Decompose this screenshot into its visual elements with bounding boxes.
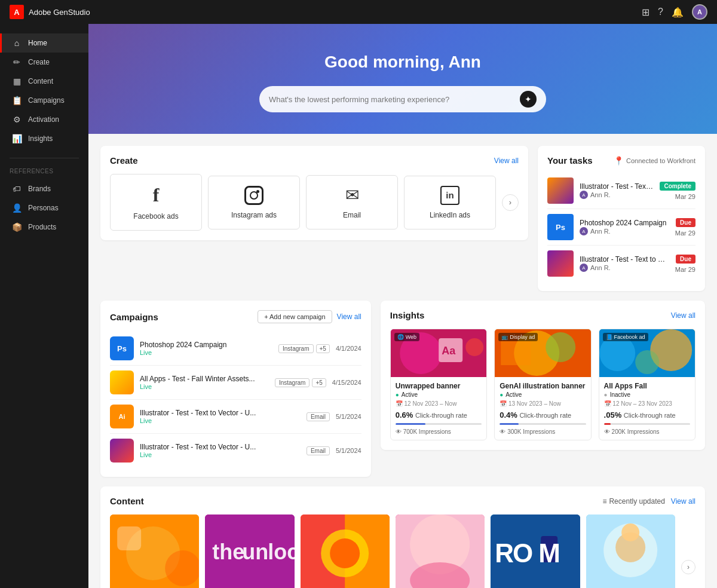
sidebar-item-content-label: Content — [28, 77, 53, 85]
task-badge-3: Due — [676, 255, 695, 264]
task-name-2: Photoshop 2024 Campaign — [580, 219, 669, 227]
create-item-facebook[interactable]: f Facebook ads — [110, 174, 202, 231]
home-icon: ⌂ — [11, 38, 22, 48]
campaign-tags-3: Email — [307, 412, 330, 421]
recently-updated-filter[interactable]: ≡ Recently updated — [602, 497, 664, 506]
insight-thumb-2: 📺 Display ad — [495, 329, 590, 377]
svg-rect-8 — [501, 341, 531, 365]
content-view-all[interactable]: View all — [671, 497, 695, 506]
personas-icon: 👤 — [11, 203, 22, 213]
insight-date-1: 📅 12 Nov 2023 – Now — [396, 400, 482, 407]
avatar[interactable]: A — [692, 4, 707, 20]
insight-name-3: All Apps Fall — [604, 382, 690, 390]
tasks-header: Your tasks 📍 Connected to Workfront — [547, 155, 695, 166]
task-item-3[interactable]: Illustrator - Test - Text to Vector - US… — [547, 246, 695, 281]
insight-status-1: ● Active — [396, 391, 482, 398]
task-name-1: Illustrator - Test - Text to Vector... — [580, 182, 654, 191]
sidebar-item-content[interactable]: ▦ Content — [0, 72, 88, 91]
insight-card-2[interactable]: 📺 Display ad — [494, 329, 591, 440]
campaign-row-1[interactable]: Ps Photoshop 2024 Campaign Live Instagra… — [110, 332, 361, 366]
task-user-2: A Ann R. — [580, 227, 669, 235]
insight-ctr-3: .05% Click-through rate — [604, 411, 690, 419]
svg-text:the: the — [212, 540, 244, 564]
create-title: Create — [110, 155, 138, 166]
campaign-tag-1-more: +5 — [316, 344, 330, 353]
connected-label: Connected to Workfront — [626, 157, 695, 164]
create-item-instagram[interactable]: Instagram ads — [208, 176, 300, 229]
campaigns-view-all[interactable]: View all — [337, 313, 361, 321]
campaign-tags-2: Instagram +5 — [275, 378, 326, 387]
content-card: Content ≡ Recently updated View all — [100, 486, 705, 588]
sidebar-item-activation[interactable]: ⚙ Activation — [0, 110, 88, 129]
references-label: REFERENCES — [0, 163, 88, 179]
task-date-1: Mar 29 — [660, 193, 695, 200]
sidebar-item-products[interactable]: 📦 Products — [0, 218, 88, 237]
campaign-tags-1: Instagram +5 — [278, 344, 330, 353]
task-user-1: A Ann R. — [580, 191, 654, 199]
create-item-email[interactable]: ✉ Email — [306, 175, 398, 229]
campaign-date-2: 4/15/2024 — [332, 379, 361, 386]
campaign-row-3[interactable]: Ai Illustrator - Test - Text to Vector -… — [110, 400, 361, 434]
create-item-linkedin[interactable]: in LinkedIn ads — [404, 176, 496, 229]
campaign-date-1: 4/1/2024 — [336, 345, 361, 352]
grid-icon[interactable]: ⊞ — [642, 7, 649, 18]
add-campaign-button[interactable]: + Add new campaign — [258, 310, 332, 323]
facebook-icon: f — [153, 184, 160, 206]
insights-view-all[interactable]: View all — [671, 311, 695, 320]
insight-ctr-1: 0.6% Click-through rate — [396, 411, 482, 419]
sidebar-nav: ⌂ Home ✏ Create ▦ Content 📋 Campaigns ⚙ … — [0, 29, 88, 153]
task-item-2[interactable]: Ps Photoshop 2024 Campaign A Ann R. Due — [547, 209, 695, 246]
campaign-info-2: All Apps - Test - Fall Winter Assets... … — [140, 375, 269, 390]
sidebar-item-create-label: Create — [28, 58, 50, 66]
campaign-row-4[interactable]: Illustrator - Test - Text to Vector - U.… — [110, 434, 361, 467]
campaign-info-1: Photoshop 2024 Campaign Live — [140, 341, 272, 356]
sidebar-divider — [10, 158, 79, 158]
main-content: Good morning, Ann ✦ Create View all — [88, 24, 717, 588]
campaign-thumb-3: Ai — [110, 405, 134, 428]
sidebar-item-home[interactable]: ⌂ Home — [0, 33, 88, 53]
task-thumb-3 — [547, 250, 574, 277]
task-user-icon-1: A — [580, 191, 588, 199]
topbar-right: ⊞ ? 🔔 A — [642, 4, 707, 20]
campaign-thumb-2 — [110, 370, 134, 394]
insight-card-1[interactable]: 🌐 Web Aa — [390, 329, 487, 440]
task-item-1[interactable]: Illustrator - Test - Text to Vector... A… — [547, 173, 695, 209]
insight-type-1: 🌐 Web — [394, 333, 419, 341]
content-next-button[interactable]: › — [681, 560, 695, 574]
tasks-col: Your tasks 📍 Connected to Workfront Illu… — [538, 146, 705, 291]
campaign-date-4: 5/1/2024 — [336, 447, 361, 454]
create-view-all[interactable]: View all — [494, 157, 519, 165]
sidebar-item-brands[interactable]: 🏷 Brands — [0, 179, 88, 198]
create-col: Create View all f Facebook ads — [100, 146, 528, 291]
notification-icon[interactable]: 🔔 — [672, 7, 684, 18]
create-next-button[interactable]: › — [502, 194, 519, 211]
content-thumb-3 — [301, 514, 390, 588]
campaign-status-1: Live — [140, 349, 272, 356]
sidebar-item-insights[interactable]: 📊 Insights — [0, 129, 88, 148]
insight-thumb-1: 🌐 Web Aa — [391, 329, 486, 377]
search-submit-button[interactable]: ✦ — [520, 91, 537, 108]
sidebar-item-create[interactable]: ✏ Create — [0, 53, 88, 72]
help-icon[interactable]: ? — [658, 7, 663, 17]
content-header-actions: ≡ Recently updated View all — [602, 497, 695, 506]
sidebar-item-campaigns[interactable]: 📋 Campaigns — [0, 91, 88, 110]
content-item-2: the un lock The Unlock Phase 4 ··· — [205, 514, 294, 588]
sidebar-item-campaigns-label: Campaigns — [28, 96, 65, 105]
campaign-row-2[interactable]: All Apps - Test - Fall Winter Assets... … — [110, 366, 361, 400]
content-grid: Text to Vector-03 ··· Ai IMAGE — [110, 514, 675, 588]
search-input[interactable] — [269, 95, 520, 104]
insight-card-3[interactable]: 📘 Facebook ad — [599, 329, 695, 440]
topbar: A Adobe GenStudio ⊞ ? 🔔 A — [0, 0, 717, 24]
sidebar-item-activation-label: Activation — [28, 115, 59, 124]
task-badge-2: Due — [676, 218, 695, 227]
sidebar-item-personas[interactable]: 👤 Personas — [0, 198, 88, 218]
create-icon: ✏ — [11, 57, 22, 67]
task-name-3: Illustrator - Test - Text to Vector - US… — [580, 255, 669, 264]
insight-impressions-1: 👁 700K Impressions — [396, 428, 482, 435]
campaign-info-4: Illustrator - Test - Text to Vector - U.… — [140, 443, 301, 458]
campaign-status-3: Live — [140, 417, 301, 424]
insight-date-3: 📅 12 Nov – 23 Nov 2023 — [604, 400, 690, 407]
campaign-thumb-1: Ps — [110, 336, 134, 360]
campaigns-title: Campaigns — [110, 312, 158, 322]
campaign-tag-2-more: +5 — [312, 378, 326, 387]
